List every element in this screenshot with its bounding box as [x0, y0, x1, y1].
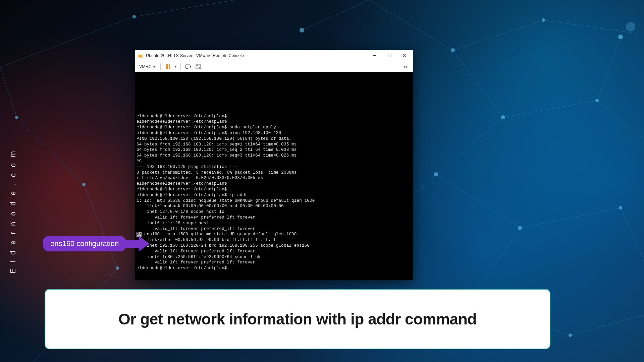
svg-point-22 [132, 15, 136, 18]
svg-line-20 [302, 0, 369, 30]
svg-point-36 [618, 35, 623, 39]
svg-line-8 [543, 20, 637, 34]
ens160-callout: ens160 configuration [43, 236, 150, 251]
svg-point-29 [595, 99, 599, 102]
window-title: Ubuntu-20.04LTS-Server - VMware Remote C… [146, 53, 367, 58]
svg-line-12 [436, 117, 503, 174]
svg-point-25 [15, 116, 18, 119]
svg-rect-41 [388, 54, 391, 57]
svg-point-23 [82, 183, 86, 186]
separator [160, 63, 161, 70]
svg-line-21 [597, 37, 621, 101]
svg-line-14 [520, 208, 621, 228]
svg-line-4 [17, 117, 84, 184]
svg-point-34 [569, 334, 572, 337]
svg-line-15 [621, 208, 644, 261]
svg-line-6 [369, 0, 453, 50]
chevron-down-icon: ▼ [153, 65, 156, 69]
vmware-remote-console-window: Ubuntu-20.04LTS-Server - VMware Remote C… [135, 50, 413, 280]
svg-rect-44 [185, 65, 190, 68]
svg-point-27 [542, 18, 545, 22]
close-button[interactable] [397, 51, 412, 61]
pin-button[interactable]: ≪ [401, 63, 410, 70]
svg-line-5 [0, 67, 17, 117]
separator [180, 63, 181, 70]
maximize-button[interactable] [382, 51, 397, 61]
pause-button[interactable] [164, 63, 172, 71]
caption-text: Or get network information with ip addr … [118, 310, 477, 328]
svg-rect-45 [186, 68, 188, 69]
svg-point-31 [518, 226, 522, 230]
send-ctrl-alt-del-button[interactable] [184, 63, 192, 71]
svg-line-10 [503, 101, 597, 117]
terminal-output[interactable]: eldernode@elderserver:/etc/netplan$ elde… [135, 72, 413, 280]
toolbar: VMRC ▼ ▼ ≪ [135, 61, 413, 72]
svg-point-30 [434, 172, 438, 176]
titlebar[interactable]: Ubuntu-20.04LTS-Server - VMware Remote C… [135, 50, 413, 61]
svg-line-11 [597, 101, 644, 141]
svg-point-35 [300, 28, 304, 33]
svg-line-0 [0, 17, 134, 67]
svg-line-1 [134, 0, 235, 17]
svg-line-3 [84, 184, 117, 268]
svg-line-7 [453, 20, 543, 50]
svg-point-37 [626, 22, 635, 32]
svg-line-9 [453, 50, 503, 117]
caption-panel: Or get network information with ip addr … [45, 289, 550, 349]
callout-label: ens160 configuration [50, 239, 119, 248]
svg-line-18 [570, 315, 644, 335]
chevron-down-icon[interactable]: ▼ [174, 65, 177, 68]
svg-point-24 [116, 266, 119, 270]
svg-rect-39 [139, 55, 142, 57]
fullscreen-button[interactable] [194, 63, 202, 71]
minimize-button[interactable] [367, 51, 382, 61]
svg-point-28 [501, 115, 505, 119]
vmrc-menu[interactable]: VMRC ▼ [138, 64, 157, 70]
svg-line-13 [436, 174, 520, 228]
svg-point-26 [451, 48, 455, 52]
arrow-right-icon [125, 236, 150, 251]
svg-point-32 [619, 206, 622, 209]
vmware-icon [138, 53, 143, 58]
pause-icon [166, 64, 170, 69]
